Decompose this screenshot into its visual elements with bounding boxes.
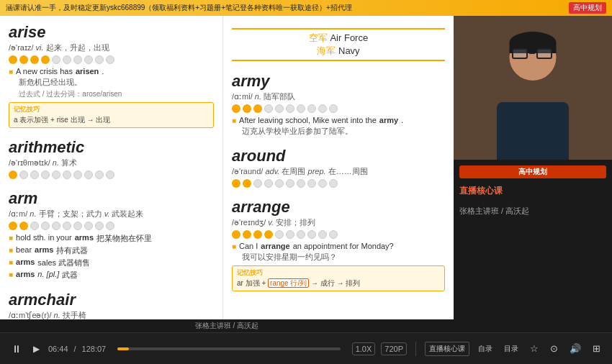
dot: [9, 222, 17, 230]
dot: [73, 55, 82, 64]
dot: [307, 104, 316, 113]
volume-icon[interactable]: 🔊: [567, 342, 584, 355]
sub-line: 我可以安排星期一约见吗？: [242, 252, 445, 263]
dot: [41, 222, 50, 230]
orange-divider: [232, 28, 445, 29]
dot: [318, 179, 327, 188]
settings-button[interactable]: ⊙: [547, 342, 561, 355]
dot: [95, 222, 104, 230]
sub-line: 迈克从学校毕业后参加了陆军。: [242, 126, 445, 137]
example-line: After leaving school, Mike went into the…: [232, 116, 445, 124]
dot: [84, 222, 93, 230]
sidebar-right: 高中规划 直播核心课 张格主讲班 / 高沃起: [454, 16, 612, 347]
examples-arrange: Can I arrange an appointment for Monday?…: [232, 242, 445, 263]
word-entry-arise: arise /ə'raɪz/ vi. 起来，升起，出现 A new crisis…: [9, 23, 214, 128]
dot: [253, 230, 262, 239]
example-line: bear arms 持有武器: [9, 245, 214, 256]
example-line: hold sth. in your arms 把某物抱在怀里: [9, 233, 214, 244]
progress-fill: [117, 347, 128, 350]
dot: [73, 222, 82, 230]
dot: [9, 170, 17, 179]
right-column: 空军 Air Force 海军 Navy army /ɑːmi/ n. 陆军部队: [223, 16, 454, 347]
air-force-annotation: 空军 Air Force 海军 Navy: [232, 23, 445, 66]
orange-divider-bottom: [232, 60, 445, 61]
memory-box-arrange: 记忆技巧 ar 加强 + range 行/列 → 成行 → 排列: [232, 265, 445, 291]
dot: [297, 104, 305, 113]
memory-box-arise: 记忆技巧 a 表示加强 + rise 出现 → 出现: [9, 102, 214, 128]
dot: [232, 230, 240, 239]
word-arrange: arrange: [232, 198, 445, 217]
dot: [275, 104, 284, 113]
word-entry-around: around /ə'raund/ adv. 在周围 prep. 在……周围: [232, 147, 445, 188]
dots-around: [232, 179, 445, 188]
word-armchair: armchair: [9, 291, 214, 309]
instructor-name: 张格主讲班 / 高沃起: [459, 204, 606, 219]
right-panel-label: 高中规划: [459, 165, 606, 178]
examples-arise: A new crisis has arisen. 新危机已经出现。 过去式 / …: [9, 67, 214, 99]
dot: [297, 230, 305, 239]
dot: [318, 230, 327, 239]
word-arm: arm: [9, 189, 214, 208]
dot: [297, 179, 305, 188]
left-column: arise /ə'raɪz/ vi. 起来，升起，出现 A new crisis…: [0, 16, 223, 347]
word-arise: arise: [9, 23, 214, 42]
sub-line: 新危机已经出现。: [19, 77, 214, 88]
dot: [253, 104, 262, 113]
example-line: arms sales 武器销售: [9, 258, 214, 268]
dot: [286, 230, 294, 239]
dot: [52, 170, 60, 179]
phonetic-army: /ɑːmi/ n. 陆军部队: [232, 91, 445, 102]
fullscreen-button[interactable]: ⊞: [590, 342, 603, 355]
dot: [318, 104, 327, 113]
dots-army: [232, 104, 445, 113]
play-button[interactable]: ▶: [30, 342, 42, 355]
banner-text: 涵课请认准一手，及时稳定更新yskc668899（领取福利资料+习题册+笔记登各…: [6, 3, 352, 13]
dot: [253, 179, 262, 188]
word-army: army: [232, 72, 445, 91]
live-course-button[interactable]: 直播核心课: [425, 342, 469, 356]
dot: [41, 55, 50, 64]
speed-control[interactable]: 1.0X: [352, 342, 376, 355]
quality-control[interactable]: 720P: [381, 342, 407, 355]
star-button[interactable]: ☆: [527, 342, 541, 355]
dot: [95, 55, 104, 64]
total-time: 128:07: [82, 345, 107, 353]
dot: [243, 104, 251, 113]
dot: [30, 170, 39, 179]
dot: [307, 179, 316, 188]
current-time: 06:44: [48, 345, 68, 353]
catalog-button[interactable]: 目录: [501, 342, 521, 355]
dot: [275, 230, 284, 239]
dots-arm: [9, 222, 214, 230]
dot: [9, 55, 17, 64]
dot: [264, 179, 273, 188]
dot: [95, 170, 104, 179]
dot: [63, 55, 71, 64]
phonetic-arm: /ɑːm/ n. 手臂；支架；武力 v. 武装起来: [9, 209, 214, 219]
control-bar: ⏸ ▶ 06:44 / 128:07 1.0X 720P 直播核心课 自录 目录…: [0, 332, 612, 364]
dot: [19, 170, 28, 179]
instructor-bar: 张格主讲班 / 高沃起: [0, 319, 454, 332]
word-entry-arrange: arrange /ə'reɪndʒ/ v. 安排；排列 Can I arrang…: [232, 198, 445, 291]
dot: [52, 222, 60, 230]
phonetic-arrange: /ə'reɪndʒ/ v. 安排；排列: [232, 217, 445, 228]
example-line: Can I arrange an appointment for Monday?: [232, 242, 445, 250]
dot: [30, 55, 39, 64]
pause-button[interactable]: ⏸: [9, 342, 24, 356]
dot: [243, 230, 251, 239]
dot: [84, 170, 93, 179]
dot: [84, 55, 93, 64]
phonetic-arise: /ə'raɪz/ vi. 起来，升起，出现: [9, 42, 214, 53]
dictionary-content: arise /ə'raɪz/ vi. 起来，升起，出现 A new crisis…: [0, 16, 454, 347]
dot: [73, 170, 82, 179]
dot: [19, 55, 28, 64]
dot: [30, 222, 39, 230]
self-record-button[interactable]: 自录: [475, 342, 495, 355]
dot: [329, 179, 338, 188]
word-entry-army: army /ɑːmi/ n. 陆军部队 After leaving school…: [232, 72, 445, 137]
instructor-info: 张格主讲班 / 高沃起: [195, 321, 258, 331]
top-banner: 涵课请认准一手，及时稳定更新yskc668899（领取福利资料+习题册+笔记登各…: [0, 0, 612, 16]
progress-bar[interactable]: [117, 347, 340, 350]
dot: [329, 104, 338, 113]
dot: [286, 104, 294, 113]
